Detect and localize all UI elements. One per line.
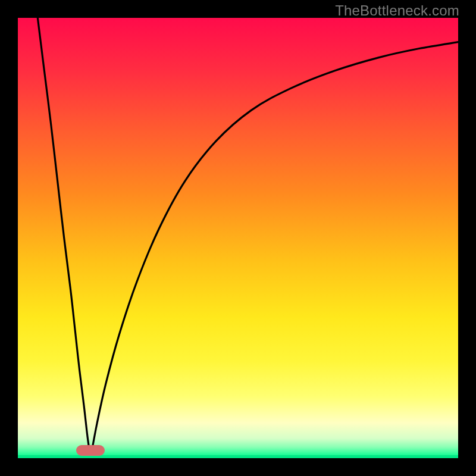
background-gradient — [18, 18, 458, 458]
svg-rect-0 — [18, 18, 458, 458]
optimal-marker — [76, 445, 105, 456]
chart-frame: TheBottleneck.com — [0, 0, 476, 476]
watermark-text: TheBottleneck.com — [335, 2, 459, 19]
plot-area — [18, 18, 458, 458]
